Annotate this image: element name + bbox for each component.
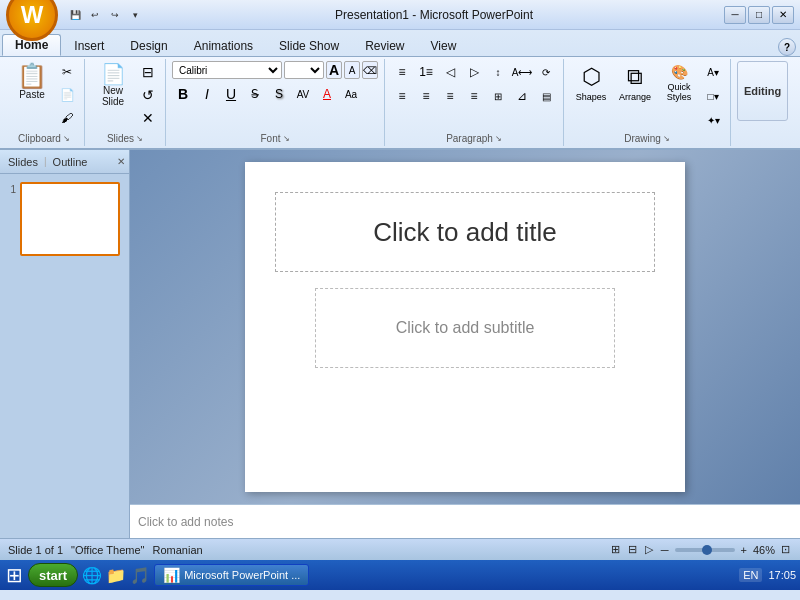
panel-close-button[interactable]: ✕ <box>117 156 125 167</box>
format-painter-button[interactable]: 🖌 <box>56 107 78 129</box>
clipboard-small-buttons: ✂ 📄 🖌 <box>56 61 78 129</box>
tab-slideshow[interactable]: Slide Show <box>266 35 352 56</box>
tab-design[interactable]: Design <box>117 35 180 56</box>
change-case-button[interactable]: Aa <box>340 83 362 105</box>
tab-view[interactable]: View <box>418 35 470 56</box>
columns-button[interactable]: ⊞ <box>487 85 509 107</box>
char-spacing-button[interactable]: AV <box>292 83 314 105</box>
clear-format-button[interactable]: ⌫ <box>362 61 378 79</box>
slide-thumb-1[interactable]: 1 <box>4 182 125 256</box>
inc-indent-button[interactable]: ▷ <box>463 61 485 83</box>
outline-tab[interactable]: Outline <box>49 154 92 170</box>
tab-insert[interactable]: Insert <box>61 35 117 56</box>
ribbon-group-editing: Editing <box>731 59 794 146</box>
underline-button[interactable]: U <box>220 83 242 105</box>
fit-button[interactable]: ⊡ <box>779 543 792 556</box>
taskbar-powerpoint-app[interactable]: 📊 Microsoft PowerPoint ... <box>154 564 309 586</box>
bold-button[interactable]: B <box>172 83 194 105</box>
view-normal-button[interactable]: ⊞ <box>609 543 622 556</box>
close-button[interactable]: ✕ <box>772 6 794 24</box>
increase-font-button[interactable]: A <box>326 61 342 79</box>
center-align-button[interactable]: ≡ <box>415 85 437 107</box>
arrange-button[interactable]: ⧉ Arrange <box>614 61 656 121</box>
font-name-select[interactable]: Calibri <box>172 61 282 79</box>
shape-fill-button[interactable]: A▾ <box>702 61 724 83</box>
taskbar-browser-icon[interactable]: 🌐 <box>82 565 102 585</box>
cut-button[interactable]: ✂ <box>56 61 78 83</box>
restore-button[interactable]: □ <box>748 6 770 24</box>
start-label: start <box>39 568 67 583</box>
zoom-slider-thumb[interactable] <box>702 545 712 555</box>
zoom-out-button[interactable]: ─ <box>659 544 671 556</box>
paragraph-expand[interactable]: ↘ <box>495 134 502 143</box>
shapes-icon: ⬡ <box>582 64 601 90</box>
font-bottom-row: B I U S̶ S AV A Aa <box>172 83 362 105</box>
slides-tab[interactable]: Slides <box>4 154 42 170</box>
quick-access-dropdown[interactable]: ▾ <box>126 6 144 24</box>
zoom-slider[interactable] <box>675 548 735 552</box>
bullets-button[interactable]: ≡ <box>391 61 413 83</box>
save-quick-btn[interactable]: 💾 <box>66 6 84 24</box>
shapes-button[interactable]: ⬡ Shapes <box>570 61 612 121</box>
slide-title-placeholder: Click to add title <box>373 217 557 248</box>
slide-subtitle-box[interactable]: Click to add subtitle <box>315 288 615 368</box>
taskbar-lang: EN <box>739 568 762 582</box>
copy-button[interactable]: 📄 <box>56 84 78 106</box>
para-extra-button[interactable]: ▤ <box>535 85 557 107</box>
right-align-button[interactable]: ≡ <box>439 85 461 107</box>
drawing-small-buttons: A▾ □▾ ✦▾ <box>702 61 724 131</box>
redo-quick-btn[interactable]: ↪ <box>106 6 124 24</box>
slide-canvas[interactable]: Click to add title Click to add subtitle <box>245 162 685 492</box>
slides-panel-header: Slides | Outline ✕ <box>0 150 129 174</box>
tab-review[interactable]: Review <box>352 35 417 56</box>
decrease-font-button[interactable]: A <box>344 61 360 79</box>
shape-effects-button[interactable]: ✦▾ <box>702 109 724 131</box>
view-slide-sorter-button[interactable]: ⊟ <box>626 543 639 556</box>
start-button[interactable]: start <box>28 563 78 587</box>
font-expand[interactable]: ↘ <box>283 134 290 143</box>
paragraph-content: ≡ 1≡ ◁ ▷ ↕ A⟷ ⟳ ≡ ≡ ≡ ≡ ⊞ ⊿ ▤ <box>391 61 557 131</box>
text-direction-button[interactable]: A⟷ <box>511 61 533 83</box>
justify-button[interactable]: ≡ <box>463 85 485 107</box>
view-reading-button[interactable]: ▷ <box>643 543 655 556</box>
slides-expand[interactable]: ↘ <box>136 134 143 143</box>
quick-styles-button[interactable]: 🎨 Quick Styles <box>658 61 700 121</box>
left-align-button[interactable]: ≡ <box>391 85 413 107</box>
font-color-button[interactable]: A <box>316 83 338 105</box>
paste-button[interactable]: 📋 Paste <box>10 61 54 123</box>
tab-animations[interactable]: Animations <box>181 35 266 56</box>
clipboard-expand[interactable]: ↘ <box>63 134 70 143</box>
delete-button[interactable]: ✕ <box>137 107 159 129</box>
text-shadow-button[interactable]: S <box>268 83 290 105</box>
taskbar-folder-icon[interactable]: 📁 <box>106 565 126 585</box>
minimize-button[interactable]: ─ <box>724 6 746 24</box>
slide-canvas-area[interactable]: Click to add title Click to add subtitle <box>130 150 800 504</box>
drawing-label: Drawing ↘ <box>624 133 670 144</box>
help-button[interactable]: ? <box>778 38 796 56</box>
font-size-select[interactable] <box>284 61 324 79</box>
slide-thumbnail-inner-1[interactable] <box>20 182 120 256</box>
italic-button[interactable]: I <box>196 83 218 105</box>
zoom-in-button[interactable]: + <box>739 544 749 556</box>
ribbon: Home Insert Design Animations Slide Show… <box>0 30 800 150</box>
slide-layout-button[interactable]: ⊟ <box>137 61 159 83</box>
drawing-expand[interactable]: ↘ <box>663 134 670 143</box>
line-spacing-button[interactable]: ↕ <box>487 61 509 83</box>
slide-title-box[interactable]: Click to add title <box>275 192 655 272</box>
undo-quick-btn[interactable]: ↩ <box>86 6 104 24</box>
strikethrough-button[interactable]: S̶ <box>244 83 266 105</box>
dec-indent-button[interactable]: ◁ <box>439 61 461 83</box>
taskbar-media-icon[interactable]: 🎵 <box>130 565 150 585</box>
ribbon-group-clipboard: 📋 Paste ✂ 📄 🖌 Clipboard ↘ <box>4 59 85 146</box>
shape-outline-button[interactable]: □▾ <box>702 85 724 107</box>
reset-button[interactable]: ↺ <box>137 84 159 106</box>
editing-content: Editing <box>737 61 788 142</box>
notes-area[interactable]: Click to add notes <box>130 504 800 538</box>
numbering-button[interactable]: 1≡ <box>415 61 437 83</box>
smartart-button[interactable]: ⊿ <box>511 85 533 107</box>
ribbon-group-slides: 📄 NewSlide ⊟ ↺ ✕ Slides ↘ <box>85 59 166 146</box>
quick-styles-label: Quick Styles <box>661 82 697 102</box>
convert-to-smartart-button[interactable]: ⟳ <box>535 61 557 83</box>
new-slide-button[interactable]: 📄 NewSlide <box>91 61 135 123</box>
clipboard-content: 📋 Paste ✂ 📄 🖌 <box>10 61 78 131</box>
